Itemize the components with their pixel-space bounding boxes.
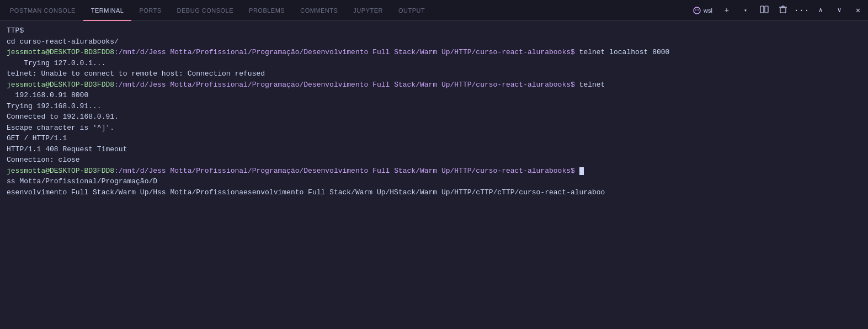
- svg-rect-3: [760, 6, 764, 13]
- terminal-line-8: Connected to 192.168.0.91.: [7, 112, 861, 123]
- tab-debug-console[interactable]: DEBUG CONSOLE: [169, 0, 241, 21]
- chevron-down-icon2: ∨: [837, 6, 841, 14]
- split-terminal-button[interactable]: [757, 3, 772, 18]
- tab-comments[interactable]: COMMENTS: [292, 0, 345, 21]
- svg-point-0: [694, 7, 700, 14]
- wsl-icon: [693, 6, 701, 15]
- plus-icon: +: [725, 6, 729, 15]
- terminal-toolbar: wsl + ▾: [689, 3, 866, 18]
- tab-bar: POSTMAN CONSOLE TERMINAL PORTS DEBUG CON…: [0, 0, 868, 21]
- panel-up-button[interactable]: ∧: [813, 3, 828, 18]
- terminal-output[interactable]: TTP$ cd curso-react-alurabooks/ jessmott…: [0, 21, 868, 329]
- terminal-line-15: esenvolvimento Full Stack/Warm Up/Hss Mo…: [7, 187, 861, 198]
- terminal-line-14: ss Motta/Profissional/Programação/D: [7, 176, 861, 187]
- tab-problems[interactable]: PROBLEMS: [241, 0, 292, 21]
- tab-ports[interactable]: PORTS: [131, 0, 169, 21]
- terminal-line-3: jessmotta@DESKTOP-BD3FDD8:/mnt/d/Jess Mo…: [7, 47, 861, 58]
- tab-terminal[interactable]: TERMINAL: [83, 0, 132, 21]
- more-actions-button[interactable]: ···: [794, 3, 810, 18]
- terminal-line-10: GET / HTTP/1.1: [7, 133, 861, 144]
- svg-rect-5: [780, 8, 786, 13]
- svg-rect-4: [765, 6, 768, 13]
- split-icon: [760, 5, 769, 16]
- wsl-indicator: wsl: [689, 6, 716, 15]
- svg-point-1: [695, 9, 696, 10]
- trash-icon: [779, 5, 787, 16]
- delete-terminal-button[interactable]: [775, 3, 791, 18]
- close-panel-button[interactable]: ✕: [850, 3, 866, 18]
- chevron-down-icon: ▾: [744, 7, 747, 14]
- terminal-cursor: [579, 167, 584, 175]
- tab-output[interactable]: OUTPUT: [391, 0, 433, 21]
- tab-jupyter[interactable]: JUPYTER: [345, 0, 391, 21]
- tab-postman-console[interactable]: POSTMAN CONSOLE: [2, 0, 83, 21]
- terminal-line-2: cd curso-react-alurabooks/: [7, 36, 861, 47]
- terminal-line-12: Connection: close: [7, 155, 861, 166]
- chevron-down-button[interactable]: ▾: [738, 3, 753, 18]
- terminal-line-9: Escape character is '^]'.: [7, 123, 861, 134]
- panel-down-button[interactable]: ∨: [832, 3, 847, 18]
- terminal-line-11: HTTP/1.1 408 Request Timeout: [7, 144, 861, 155]
- ellipsis-icon: ···: [794, 6, 810, 15]
- terminal-line-6: jessmotta@DESKTOP-BD3FDD8:/mnt/d/Jess Mo…: [7, 79, 861, 91]
- terminal-line-4: Trying 127.0.0.1...: [7, 58, 861, 69]
- terminal-line-5: telnet: Unable to connect to remote host…: [7, 68, 861, 79]
- terminal-line-1: TTP$: [7, 25, 861, 36]
- add-terminal-button[interactable]: +: [719, 3, 734, 18]
- svg-point-2: [697, 9, 699, 10]
- terminal-line-13: jessmotta@DESKTOP-BD3FDD8:/mnt/d/Jess Mo…: [7, 166, 861, 177]
- close-icon: ✕: [856, 6, 860, 15]
- chevron-up-icon: ∧: [818, 6, 822, 14]
- terminal-line-7: Trying 192.168.0.91...: [7, 101, 861, 112]
- terminal-line-6b: 192.168.0.91 8000: [7, 90, 861, 101]
